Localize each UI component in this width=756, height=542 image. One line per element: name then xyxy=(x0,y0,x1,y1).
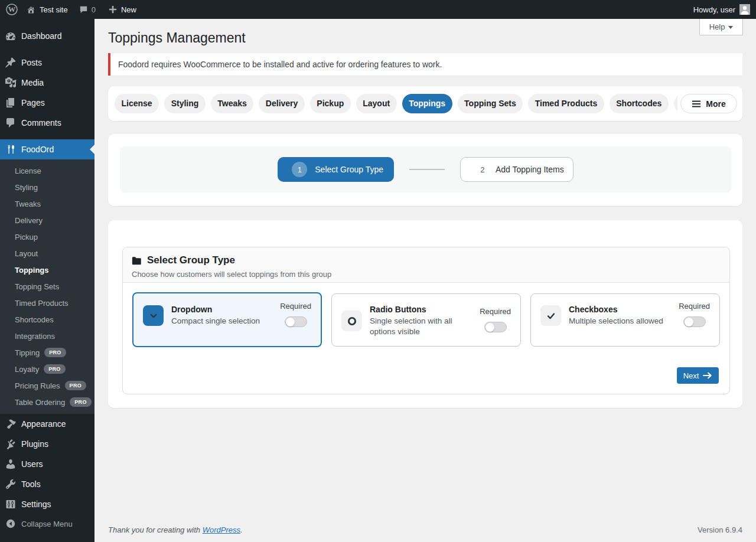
svg-text:W: W xyxy=(8,5,16,14)
